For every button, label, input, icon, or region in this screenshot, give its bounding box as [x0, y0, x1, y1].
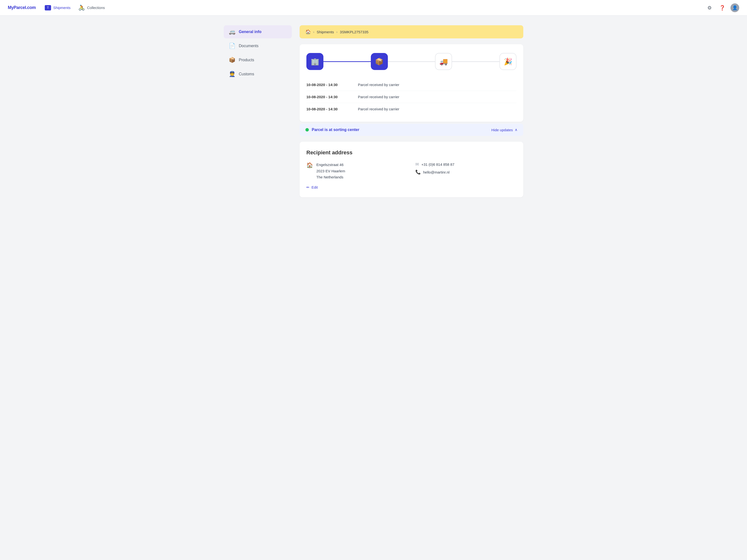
address-icon: 🏠	[306, 162, 313, 168]
tracker-bubble-delivery: 🚚	[435, 53, 452, 70]
navbar-right: ⚙ ❓ 👤	[705, 3, 739, 12]
collections-nav-label: Collections	[87, 6, 105, 10]
tracker-line-1	[324, 61, 371, 62]
products-icon: 📦	[229, 57, 235, 63]
tracker-step-transit: 📦	[371, 53, 388, 70]
recipient-title: Recipient address	[306, 150, 516, 156]
tracker-step-registered: 🏢	[306, 53, 324, 70]
sidebar-label-products: Products	[239, 58, 254, 62]
help-icon: ❓	[719, 5, 725, 11]
status-description-0: Parcel received by carrier	[358, 83, 399, 87]
contact-block: ✉ +31 (0)6 814 858 87 📞 hello@martinr.nl	[415, 162, 516, 180]
breadcrumb-current: 3SMKPL2757335	[340, 30, 369, 34]
brand-logo[interactable]: MyParcel.com	[8, 5, 36, 10]
contact-phone: ✉ +31 (0)6 814 858 87	[415, 162, 516, 167]
progress-tracker: 🏢 📦 🚚 🎉	[306, 51, 516, 72]
status-timestamp-2: 10-08-2020 - 14:30	[306, 107, 350, 111]
tracker-bubble-registered: 🏢	[306, 53, 324, 70]
sidebar-label-documents: Documents	[239, 44, 258, 48]
shipments-icon-box: T	[45, 5, 51, 10]
address-street: Engelszstraat 46	[316, 162, 345, 168]
tracker-step-delivered: 🎉	[499, 53, 516, 70]
page-layout: 🚐 General info 📄 Documents 📦 Products 👮 …	[218, 25, 529, 197]
address-block: 🏠 Engelszstraat 46 2023 EV Haarlem The N…	[306, 162, 408, 180]
settings-button[interactable]: ⚙	[705, 3, 714, 12]
edit-label: Edit	[311, 185, 318, 189]
sidebar: 🚐 General info 📄 Documents 📦 Products 👮 …	[224, 25, 292, 197]
help-button[interactable]: ❓	[718, 3, 727, 12]
status-dot	[305, 128, 309, 132]
status-description-2: Parcel received by carrier	[358, 107, 399, 111]
breadcrumb-sep-1: ›	[313, 30, 314, 34]
contact-email: 📞 hello@martinr.nl	[415, 169, 516, 175]
tracker-bubble-delivered: 🎉	[499, 53, 516, 70]
sidebar-label-customs: Customs	[239, 72, 254, 76]
nav-items: T Shipments 🚴 Collections	[44, 3, 697, 12]
customs-icon: 👮	[229, 71, 235, 77]
nav-collections[interactable]: 🚴 Collections	[77, 3, 106, 12]
recipient-card: Recipient address 🏠 Engelszstraat 46 202…	[300, 142, 523, 197]
status-description-1: Parcel received by carrier	[358, 95, 399, 99]
hide-updates-label: Hide updates	[491, 128, 513, 132]
status-banner: Parcel is at sorting center Hide updates…	[300, 124, 523, 136]
status-events-list: 10-08-2020 - 14:30 Parcel received by ca…	[306, 79, 516, 115]
sidebar-item-products[interactable]: 📦 Products	[224, 53, 292, 66]
shipments-nav-label: Shipments	[53, 6, 71, 10]
chevron-up-icon: ∧	[515, 128, 517, 132]
sidebar-item-customs[interactable]: 👮 Customs	[224, 68, 292, 81]
collections-nav-icon: 🚴	[78, 5, 85, 10]
general-info-icon: 🚐	[229, 29, 235, 35]
status-timestamp-0: 10-08-2020 - 14:30	[306, 83, 350, 87]
settings-icon: ⚙	[707, 5, 712, 11]
tracker-line-2	[388, 61, 435, 62]
breadcrumb: 🏠 › Shipments › 3SMKPL2757335	[300, 25, 523, 38]
email-address: hello@martinr.nl	[423, 170, 449, 174]
shipments-nav-icon: T	[45, 5, 51, 10]
address-city: 2023 EV Haarlem	[316, 168, 345, 174]
status-row-2: 10-08-2020 - 14:30 Parcel received by ca…	[306, 103, 516, 115]
nav-shipments[interactable]: T Shipments	[44, 3, 72, 12]
phone-number: +31 (0)6 814 858 87	[421, 162, 455, 166]
address-grid: 🏠 Engelszstraat 46 2023 EV Haarlem The N…	[306, 162, 516, 180]
sidebar-label-general-info: General info	[239, 30, 261, 34]
navbar: MyParcel.com T Shipments 🚴 Collections ⚙…	[0, 0, 747, 16]
address-country: The Netherlands	[316, 174, 345, 180]
hide-updates-button[interactable]: Hide updates ∧	[491, 128, 517, 132]
status-text: Parcel is at sorting center	[312, 128, 359, 132]
pencil-icon: ✏	[306, 185, 310, 190]
breadcrumb-home-icon[interactable]: 🏠	[305, 29, 311, 34]
tracker-step-delivery: 🚚	[435, 53, 452, 70]
sidebar-item-general-info[interactable]: 🚐 General info	[224, 25, 292, 38]
main-content: 🏠 › Shipments › 3SMKPL2757335 🏢 📦 🚚	[300, 25, 523, 197]
user-avatar[interactable]: 👤	[730, 3, 739, 12]
tracker-bubble-transit: 📦	[371, 53, 388, 70]
documents-icon: 📄	[229, 43, 235, 49]
status-timestamp-1: 10-08-2020 - 14:30	[306, 95, 350, 99]
breadcrumb-sep-2: ›	[336, 30, 337, 34]
status-row-0: 10-08-2020 - 14:30 Parcel received by ca…	[306, 79, 516, 91]
phone-icon: 📞	[415, 169, 421, 175]
tracker-line-3	[452, 61, 499, 62]
status-row-1: 10-08-2020 - 14:30 Parcel received by ca…	[306, 91, 516, 103]
email-icon: ✉	[415, 162, 419, 167]
tracking-card: 🏢 📦 🚚 🎉 10-08-2020 - 14:30 Parcel receiv…	[300, 44, 523, 122]
sidebar-item-documents[interactable]: 📄 Documents	[224, 39, 292, 53]
address-lines: Engelszstraat 46 2023 EV Haarlem The Net…	[316, 162, 345, 180]
edit-button[interactable]: ✏ Edit	[306, 185, 318, 190]
breadcrumb-shipments[interactable]: Shipments	[317, 30, 334, 34]
status-label-container: Parcel is at sorting center	[305, 128, 359, 132]
